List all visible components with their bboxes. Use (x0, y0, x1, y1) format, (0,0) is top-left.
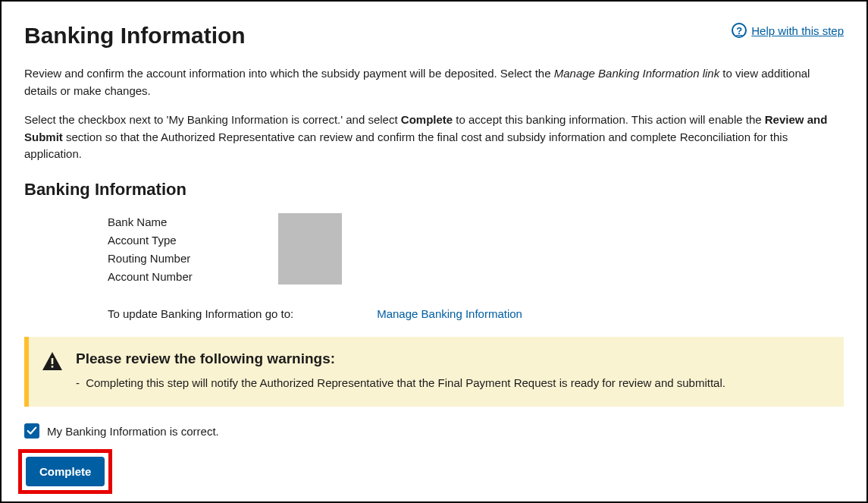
account-type-label: Account Type (108, 231, 844, 250)
bank-info-block: Bank Name Account Type Routing Number Ac… (108, 213, 844, 286)
bank-info-labels: Bank Name Account Type Routing Number Ac… (108, 213, 844, 286)
warning-box: Please review the following warnings: Co… (24, 337, 844, 407)
complete-button[interactable]: Complete (26, 457, 105, 486)
intro-text: to accept this banking information. This… (453, 113, 765, 126)
warning-triangle-icon (42, 352, 62, 373)
routing-number-label: Routing Number (108, 250, 844, 268)
page-title: Banking Information (24, 23, 246, 49)
help-link-label: Help with this step (751, 24, 844, 37)
header-row: Banking Information ? Help with this ste… (24, 23, 844, 49)
redacted-values-block (278, 213, 342, 285)
checkmark-icon (27, 426, 37, 436)
intro-paragraph-1: Review and confirm the account informati… (24, 65, 844, 99)
warning-item: Completing this step will notify the Aut… (76, 375, 829, 392)
confirm-checkbox-label: My Banking Information is correct. (47, 425, 219, 438)
section-title: Banking Information (24, 180, 844, 200)
confirm-row: My Banking Information is correct. (24, 423, 844, 439)
question-circle-icon: ? (732, 23, 747, 38)
banking-info-panel: Banking Information ? Help with this ste… (0, 0, 868, 503)
update-text: To update Banking Information go to: (108, 307, 293, 320)
svg-rect-0 (52, 358, 54, 364)
svg-rect-1 (52, 366, 54, 368)
confirm-checkbox[interactable] (24, 423, 39, 439)
intro-strong: Complete (401, 113, 453, 126)
intro-text: section so that the Authorized Represent… (24, 130, 788, 161)
intro-text: Select the checkbox next to 'My Banking … (24, 113, 401, 126)
intro-text: Review and confirm the account informati… (24, 67, 554, 80)
intro-emphasis: Manage Banking Information link (554, 67, 719, 80)
complete-button-highlight: Complete (18, 449, 112, 494)
manage-banking-link[interactable]: Manage Banking Information (377, 307, 522, 320)
intro-paragraph-2: Select the checkbox next to 'My Banking … (24, 112, 844, 163)
warning-content: Please review the following warnings: Co… (76, 351, 829, 392)
update-row: To update Banking Information go to: Man… (108, 307, 844, 320)
bank-name-label: Bank Name (108, 213, 844, 231)
help-link[interactable]: ? Help with this step (732, 23, 844, 38)
account-number-label: Account Number (108, 268, 844, 286)
warning-title: Please review the following warnings: (76, 351, 829, 367)
